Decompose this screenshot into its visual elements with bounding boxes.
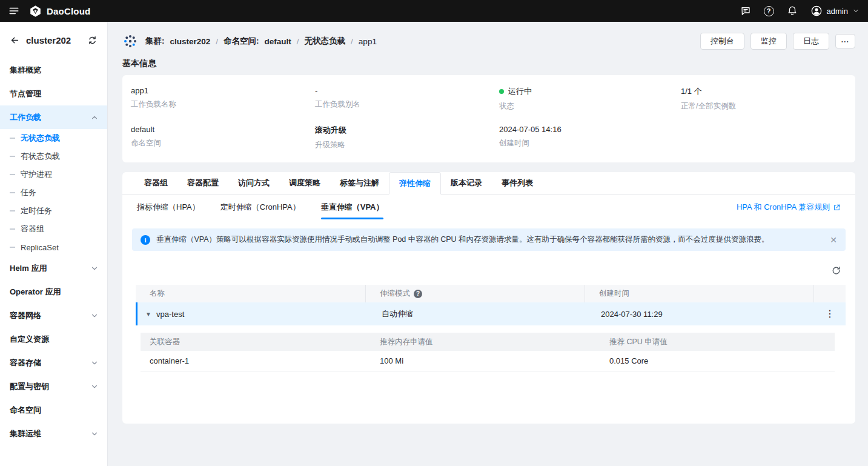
detail-tabs-card: 容器组 容器配置 访问方式 调度策略 标签与注解 弹性伸缩 版本记录 事件列表 … <box>122 172 855 424</box>
status-badge: 运行中 <box>508 86 532 97</box>
sidebar-subitem-daemonsets[interactable]: 守护进程 <box>0 165 107 184</box>
tab-access-method[interactable]: 访问方式 <box>228 172 279 194</box>
dash-icon <box>10 192 15 193</box>
avatar-icon <box>810 5 823 17</box>
dash-icon <box>10 210 15 211</box>
dash-icon <box>10 228 15 230</box>
brand[interactable]: DaoCloud <box>29 5 90 18</box>
vpa-created: 2024-07-30 11:29 <box>587 310 814 319</box>
tab-version-history[interactable]: 版本记录 <box>441 172 492 194</box>
col-created: 创建时间 <box>585 285 814 302</box>
close-icon[interactable]: ✕ <box>830 236 837 244</box>
topbar: DaoCloud ? admin <box>0 0 868 22</box>
sidebar-item-workloads[interactable]: 工作负载 <box>0 105 107 129</box>
sidebar-item-operator-apps[interactable]: Operator 应用 <box>0 280 107 304</box>
dash-icon <box>10 174 15 175</box>
sidebar-item-node-management[interactable]: 节点管理 <box>0 82 107 105</box>
field-created-time: 2024-07-05 14:16 创建时间 <box>499 125 681 150</box>
user-menu[interactable]: admin <box>810 5 860 17</box>
chevron-down-icon <box>90 311 99 320</box>
sidebar-item-custom-resources[interactable]: 自定义资源 <box>0 327 107 351</box>
tab-container-config[interactable]: 容器配置 <box>177 172 228 194</box>
cluster-name: cluster202 <box>26 35 81 45</box>
hamburger-menu-icon[interactable] <box>8 5 19 16</box>
switch-cluster-icon[interactable] <box>87 35 98 45</box>
col-container: 关联容器 <box>141 337 371 347</box>
hpa-cronhpa-compat-link[interactable]: HPA 和 CronHPA 兼容规则 <box>737 202 841 219</box>
sidebar-item-cluster-overview[interactable]: 集群概览 <box>0 58 107 82</box>
col-actions <box>814 285 846 302</box>
external-link-icon <box>833 204 841 211</box>
subtab-vpa[interactable]: 垂直伸缩（VPA） <box>321 202 384 219</box>
col-memory: 推荐内存申请值 <box>371 337 600 347</box>
container-cpu: 0.015 Core <box>600 356 835 365</box>
notifications-bell-icon[interactable] <box>787 5 798 16</box>
monitoring-button[interactable]: 监控 <box>750 33 787 50</box>
sidebar-subitem-deployments[interactable]: 无状态负载 <box>0 129 107 147</box>
subtab-hpa[interactable]: 指标伸缩（HPA） <box>137 202 200 219</box>
chevron-down-icon <box>852 7 860 15</box>
breadcrumb-namespace-value[interactable]: default <box>265 37 291 46</box>
col-name: 名称 <box>136 285 366 302</box>
breadcrumb-cluster-label: 集群: <box>145 36 165 47</box>
app-root: DaoCloud ? admin <box>0 0 868 466</box>
table-row-vpa-test[interactable]: ▼ vpa-test 自动伸缩 2024-07-30 11:29 ⋮ <box>136 302 846 325</box>
message-icon[interactable] <box>740 5 751 16</box>
sidebar-subitem-statefulsets[interactable]: 有状态负载 <box>0 147 107 165</box>
field-status: 运行中 状态 <box>499 86 681 112</box>
autoscaling-subtabs: 指标伸缩（HPA） 定时伸缩（CronHPA） 垂直伸缩（VPA） HPA 和 … <box>122 195 855 219</box>
sidebar-item-container-network[interactable]: 容器网络 <box>0 304 107 327</box>
sidebar-item-namespaces[interactable]: 命名空间 <box>0 398 107 422</box>
breadcrumb-workload-type[interactable]: 无状态负载 <box>305 36 346 47</box>
header-actions: 控制台 监控 日志 ⋯ <box>700 33 855 50</box>
breadcrumb-namespace-label: 命名空间: <box>224 36 259 47</box>
help-question-icon[interactable]: ? <box>414 290 422 298</box>
field-workload-alias: - 工作负载别名 <box>315 86 499 112</box>
tab-event-list[interactable]: 事件列表 <box>492 172 543 194</box>
basic-info-card: app1 工作负载名称 - 工作负载别名 运行中 状态 1/1 个 正常/全部实… <box>122 75 855 162</box>
sidebar-subitem-cronjobs[interactable]: 定时任务 <box>0 202 107 220</box>
dash-icon <box>10 156 15 157</box>
vpa-table: 名称 伸缩模式 ? 创建时间 ▼ vpa-test 自动伸缩 2024-07-3… <box>136 285 846 371</box>
subtab-cronhpa[interactable]: 定时伸缩（CronHPA） <box>220 202 300 219</box>
sidebar-item-cluster-ops[interactable]: 集群运维 <box>0 422 107 445</box>
tab-pods[interactable]: 容器组 <box>134 172 177 194</box>
dash-icon <box>10 138 15 139</box>
logs-button[interactable]: 日志 <box>793 33 829 50</box>
dash-icon <box>10 247 15 248</box>
info-icon: i <box>141 235 150 245</box>
breadcrumb-cluster-value[interactable]: cluster202 <box>170 37 211 46</box>
tab-labels-annotations[interactable]: 标签与注解 <box>330 172 389 194</box>
chevron-down-icon <box>90 264 99 273</box>
vpa-name: vpa-test <box>156 310 184 319</box>
help-icon[interactable]: ? <box>764 6 774 16</box>
field-instances: 1/1 个 正常/全部实例数 <box>681 86 847 112</box>
basic-info-title: 基本信息 <box>122 58 855 69</box>
vpa-expanded-detail: 关联容器 推荐内存申请值 推荐 CPU 申请值 container-1 100 … <box>136 325 846 371</box>
sidebar-item-helm-apps[interactable]: Helm 应用 <box>0 256 107 280</box>
refresh-icon[interactable] <box>827 262 844 279</box>
console-button[interactable]: 控制台 <box>700 33 744 50</box>
chevron-down-icon <box>90 430 99 438</box>
brand-name: DaoCloud <box>47 6 90 16</box>
col-mode: 伸缩模式 ? <box>366 285 585 302</box>
sidebar-subitem-pods[interactable]: 容器组 <box>0 220 107 238</box>
collapse-caret-icon[interactable]: ▼ <box>141 311 156 318</box>
vpa-info-alert: i 垂直伸缩（VPA）策略可以根据容器实际资源使用情况手动或自动调整 Pod 中… <box>132 228 846 251</box>
sidebar-subitem-replicasets[interactable]: ReplicaSet <box>0 238 107 256</box>
kebab-menu-icon[interactable]: ⋮ <box>821 308 838 320</box>
table-toolbar <box>122 251 855 285</box>
breadcrumb-app-name: app1 <box>359 37 377 46</box>
more-actions-button[interactable]: ⋯ <box>835 34 855 48</box>
vpa-table-header: 名称 伸缩模式 ? 创建时间 <box>136 285 846 302</box>
sidebar-item-config-secrets[interactable]: 配置与密钥 <box>0 374 107 398</box>
daocloud-logo-icon <box>29 5 42 18</box>
tab-scheduling-policy[interactable]: 调度策略 <box>279 172 330 194</box>
tab-autoscaling[interactable]: 弹性伸缩 <box>389 172 441 195</box>
back-arrow-icon[interactable] <box>10 35 20 45</box>
container-table-row: container-1 100 Mi 0.015 Core <box>141 351 835 371</box>
col-cpu: 推荐 CPU 申请值 <box>600 337 835 347</box>
sidebar-subitem-jobs[interactable]: 任务 <box>0 184 107 202</box>
sidebar-item-container-storage[interactable]: 容器存储 <box>0 351 107 374</box>
main-content: 集群: cluster202 / 命名空间: default / 无状态负载 /… <box>108 22 868 466</box>
